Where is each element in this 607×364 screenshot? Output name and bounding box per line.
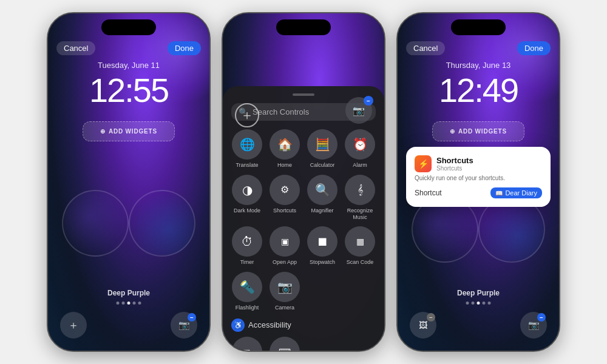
- dot-3: [127, 302, 131, 305]
- search-bar-text: Search Controls: [253, 107, 309, 116]
- control-home[interactable]: 🏠 Home: [269, 129, 300, 169]
- control-icon-calculator: 🧮: [307, 129, 337, 160]
- control-label-shazam: Recognize Music: [344, 207, 376, 221]
- control-calculator[interactable]: 🧮 Calculator: [307, 129, 338, 169]
- plus-icon-left: ⊕: [100, 128, 106, 135]
- phone-middle: ＋ 📷 − 🔍 Search Controls 🌐 Translate 🏠 Ho…: [222, 12, 385, 352]
- control-livespeech[interactable]: ⌨ Live Speech: [269, 337, 300, 352]
- control-label-scancode: Scan Code: [347, 259, 374, 266]
- plus-action-left[interactable]: ＋: [60, 312, 87, 339]
- camera-icon-left: 📷: [178, 320, 190, 331]
- bottom-actions-right: 🖼 − 📷 −: [398, 312, 559, 339]
- accessibility-icon: ♿: [231, 318, 245, 332]
- control-icon-camera: 📷: [270, 272, 300, 302]
- phone-left: Cancel Done Tuesday, June 11 12:55 ⊕ ADD…: [47, 12, 211, 352]
- control-icon-magnifier: 🔍: [307, 175, 337, 205]
- dynamic-island-middle: [276, 19, 331, 35]
- control-darkmode[interactable]: ◑ Dark Mode: [231, 175, 263, 221]
- control-magnifier[interactable]: 🔍 Magnifier: [307, 175, 338, 221]
- cancel-button-left[interactable]: Cancel: [56, 41, 95, 55]
- control-icon-alarm: ⏰: [345, 129, 375, 160]
- add-widgets-right[interactable]: ⊕ ADD WIDGETS: [432, 121, 524, 141]
- control-label-flashlight: Flashlight: [236, 305, 259, 311]
- camera-action-left[interactable]: 📷 −: [171, 312, 197, 339]
- control-icon-livespeech: ⌨: [270, 337, 300, 352]
- sheet-handle: [293, 93, 314, 96]
- popup-shortcut-row: Shortcut 📖 Dear Diary: [415, 187, 542, 198]
- dot-indicator-left: [117, 302, 141, 305]
- shortcuts-app-icon: ⚡: [418, 159, 429, 169]
- wallpaper-name-left: Deep Purple: [48, 289, 209, 297]
- popup-description: Quickly run one of your shortcuts.: [415, 175, 542, 181]
- dot-2: [122, 302, 125, 305]
- plus-circle-middle[interactable]: ＋: [235, 103, 259, 127]
- control-icon-flashlight: 🔦: [232, 272, 262, 302]
- dot-indicator-right: [466, 302, 491, 305]
- lockscreen-time-left: 12:55: [48, 70, 209, 110]
- control-icon-stopwatch: ⏹: [307, 226, 337, 257]
- control-stopwatch[interactable]: ⏹ Stopwatch: [307, 226, 338, 266]
- control-icon-timer: ⏱: [232, 226, 262, 257]
- control-scancode[interactable]: ▦ Scan Code: [344, 226, 376, 266]
- rdot-3: [477, 302, 480, 305]
- camera-icon-middle: 📷: [353, 105, 365, 116]
- control-alarm[interactable]: ⏰ Alarm: [344, 129, 376, 169]
- control-assistive[interactable]: ◻ Assistive: [231, 337, 263, 352]
- camera-action-right[interactable]: 📷 −: [520, 312, 547, 339]
- accessibility-label: Accessibility: [248, 320, 291, 329]
- done-button-right[interactable]: Done: [517, 41, 551, 55]
- top-bar-left: Cancel Done: [48, 41, 209, 55]
- rdot-1: [466, 302, 469, 305]
- popup-app-icon: ⚡: [415, 155, 432, 172]
- infinity-decoration-left: [62, 169, 195, 278]
- control-label-openapp: Open App: [273, 259, 297, 266]
- control-label-translate: Translate: [236, 162, 258, 169]
- control-label-alarm: Alarm: [353, 162, 367, 169]
- controls-grid: 🌐 Translate 🏠 Home 🧮 Calculator ⏰ Alarm …: [231, 129, 376, 311]
- popup-shortcut-value[interactable]: 📖 Dear Diary: [490, 187, 542, 198]
- control-label-shortcuts: Shortcuts: [273, 207, 296, 214]
- rdot-2: [472, 302, 475, 305]
- control-camera[interactable]: 📷 Camera: [269, 272, 300, 311]
- lockscreen-date-left: Tuesday, June 11: [48, 61, 209, 70]
- control-label-stopwatch: Stopwatch: [310, 259, 335, 266]
- control-shortcuts[interactable]: ⚙ Shortcuts: [269, 175, 300, 221]
- control-openapp[interactable]: ▣ Open App: [269, 226, 300, 266]
- cancel-button-right[interactable]: Cancel: [406, 41, 445, 55]
- control-icon-assistive: ◻: [232, 337, 262, 352]
- add-widgets-left[interactable]: ⊕ ADD WIDGETS: [83, 121, 175, 141]
- control-label-magnifier: Magnifier: [311, 207, 333, 214]
- done-button-left[interactable]: Done: [168, 41, 201, 55]
- minus-action-right[interactable]: 🖼 −: [410, 312, 436, 339]
- rdot-4: [483, 302, 486, 305]
- dynamic-island-left: [101, 19, 156, 35]
- control-label-home: Home: [277, 162, 292, 169]
- control-icon-translate: 🌐: [232, 129, 262, 160]
- control-shazam[interactable]: 𝄞 Recognize Music: [344, 175, 376, 221]
- shortcuts-popup: ⚡ Shortcuts Shortcuts Quickly run one of…: [406, 147, 551, 207]
- popup-header: ⚡ Shortcuts Shortcuts: [415, 155, 542, 172]
- popup-shortcut-label: Shortcut: [415, 189, 442, 197]
- control-icon-darkmode: ◑: [232, 175, 262, 205]
- dynamic-island-right: [451, 19, 506, 35]
- popup-app-name: Shortcuts: [436, 156, 473, 165]
- popup-shortcut-value-text: Dear Diary: [505, 189, 537, 197]
- control-flashlight[interactable]: 🔦 Flashlight: [231, 272, 263, 311]
- control-label-timer: Timer: [240, 259, 254, 266]
- book-icon: 📖: [495, 190, 503, 197]
- camera-minus-badge-right: −: [537, 313, 546, 322]
- dot-4: [133, 302, 136, 305]
- bottom-actions-left: ＋ 📷 −: [48, 312, 209, 339]
- control-icon-scancode: ▦: [345, 226, 375, 257]
- rdot-5: [488, 302, 491, 305]
- accessibility-grid: ◻ Assistive ⌨ Live Speech: [231, 337, 376, 352]
- control-timer[interactable]: ⏱ Timer: [231, 226, 263, 266]
- top-bar-right: Cancel Done: [398, 41, 559, 55]
- minus-badge-middle: −: [364, 96, 373, 106]
- camera-minus-middle[interactable]: 📷 −: [345, 97, 372, 124]
- control-icon-shortcuts: ⚙: [270, 175, 300, 205]
- plus-icon-right: ⊕: [450, 128, 455, 135]
- control-label-camera: Camera: [275, 305, 294, 311]
- accessibility-header: ♿ Accessibility: [231, 318, 376, 332]
- control-translate[interactable]: 🌐 Translate: [231, 129, 263, 169]
